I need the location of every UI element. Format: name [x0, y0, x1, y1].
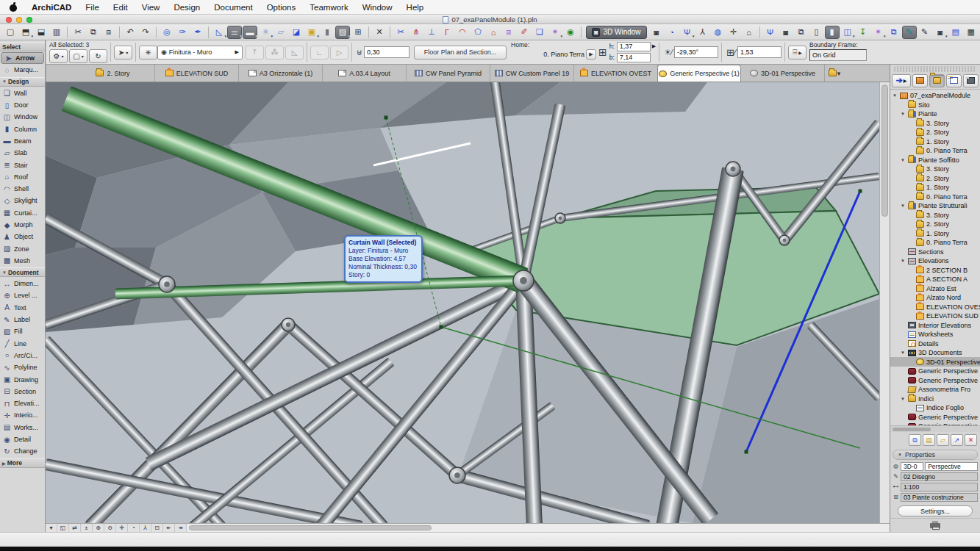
run-simulation-button[interactable]: Ψ: [763, 26, 778, 39]
chevron-right-icon[interactable]: ▶: [652, 43, 656, 49]
tree-item-3d-documents[interactable]: ▼3D Documents: [890, 348, 980, 358]
tab-2-story[interactable]: 2. Story: [71, 65, 155, 82]
expander-arrow-icon[interactable]: ▼: [900, 112, 906, 116]
tree-item-elevation-sud[interactable]: ELEVATION SUD: [890, 311, 980, 321]
open-file-button[interactable]: ⬒▾: [18, 26, 33, 39]
tree-item-piante-soffitto[interactable]: ▼Piante Soffitto: [890, 155, 980, 165]
boundary-frame-value[interactable]: On Grid: [809, 49, 867, 61]
tool-dimension[interactable]: ↔Dimen...: [0, 278, 45, 289]
page-light-button[interactable]: ▯: [809, 26, 824, 39]
scrollbar-thumb[interactable]: [881, 84, 888, 217]
calculator-button[interactable]: ▦: [964, 26, 979, 39]
duplicate-shape-button[interactable]: ❏: [532, 26, 547, 39]
tree-item-07-exapanelmodule[interactable]: ▼07_exaPanelModule: [890, 91, 980, 101]
zoom-percent-button[interactable]: ±: [81, 524, 93, 532]
arrange-viewpoint-button[interactable]: ⧉: [909, 434, 921, 446]
tree-item-2-story[interactable]: 2. Story: [890, 220, 980, 229]
tree-horizontal-scrollbar[interactable]: [890, 425, 980, 432]
tool-zone[interactable]: ▨Zone: [0, 242, 45, 254]
view-id-value[interactable]: Perspective: [925, 462, 978, 471]
tool-worksheet[interactable]: ▤Works...: [0, 422, 45, 433]
open-in-new-button[interactable]: ↗: [951, 434, 963, 446]
three-d-window-button[interactable]: ◙3D Window: [586, 26, 647, 39]
virtual-trace-button[interactable]: ▱: [273, 26, 288, 39]
expander-arrow-icon[interactable]: ▼: [900, 204, 906, 208]
tab-cw-custom-panel-19[interactable]: CW Custom Panel 19: [490, 65, 574, 82]
orbit-button[interactable]: ◔: [128, 524, 140, 532]
delete-item-button[interactable]: ✕: [965, 434, 977, 446]
expander-arrow-icon[interactable]: ▼: [900, 397, 906, 401]
b-input[interactable]: [617, 53, 651, 62]
tree-item-piante[interactable]: ▼Piante: [890, 109, 980, 119]
morph-edit-button[interactable]: ✴▾: [548, 26, 562, 39]
home-view-button[interactable]: ⌂: [742, 26, 757, 39]
pan-button[interactable]: ✛: [116, 524, 128, 532]
adjust-button[interactable]: ⊥: [424, 26, 439, 39]
toolbox-header-select[interactable]: Select: [0, 42, 45, 51]
tree-item-indice-foglio[interactable]: Indice Foglio: [890, 403, 980, 413]
tool-interior-elevation[interactable]: ✛Interio...: [0, 409, 45, 421]
tree-item-indici[interactable]: ▼Indici: [890, 394, 980, 403]
pick-up-parameters-button[interactable]: ✑: [175, 26, 190, 39]
zoom-in-button[interactable]: ⊕: [93, 524, 104, 532]
tab-elevation-sud[interactable]: ELEVATION SUD: [155, 65, 239, 82]
grid-options-button[interactable]: ⊞: [351, 26, 365, 39]
tree-item-2-story[interactable]: 2. Story: [890, 173, 980, 183]
settings-button[interactable]: Settings...: [898, 505, 973, 516]
tree-item-generic-perspective[interactable]: Generic Perspective: [890, 375, 980, 385]
default-settings-button[interactable]: ▢▾: [69, 49, 87, 63]
tool-change[interactable]: ↻Change: [0, 445, 45, 457]
tree-item-3-story[interactable]: 3. Story: [890, 118, 980, 128]
tab-generic-perspective-1[interactable]: Generic Perspective (1): [657, 65, 741, 82]
tree-item-1-story[interactable]: 1. Story: [890, 228, 980, 238]
layer-combination-value[interactable]: 03 Piante costruzione: [901, 493, 978, 502]
tool-arc-circle[interactable]: ○Arc/Ci...: [0, 350, 45, 361]
menu-window[interactable]: Window: [362, 3, 393, 12]
tool-object[interactable]: ♟Object: [0, 231, 45, 242]
layout-book-button[interactable]: [946, 74, 962, 87]
camera-settings-button[interactable]: ◙▾: [933, 26, 948, 39]
fillet-chamfer-button[interactable]: ◠: [455, 26, 470, 39]
panel-drag-handle[interactable]: [894, 66, 976, 72]
offset-polygon-button[interactable]: ⬠: [471, 26, 485, 39]
floor-plan-section-button[interactable]: Floor Plan and Section...: [414, 46, 507, 60]
tree-item-worksheets[interactable]: Worksheets: [890, 330, 980, 339]
tree-item-0-piano-terra[interactable]: 0. Piano Terra: [890, 238, 980, 248]
tree-item-a-section-a[interactable]: A SECTION A: [890, 275, 980, 284]
tool-fill[interactable]: ▧Fill: [0, 325, 45, 337]
tool-drawing[interactable]: ▣Drawing: [0, 373, 45, 385]
highlight-pen-button[interactable]: ✐: [517, 26, 532, 39]
explore-button[interactable]: ⅄: [140, 524, 151, 532]
tree-item-3-story[interactable]: 3. Story: [890, 165, 980, 174]
tab-cw-panel-pyramid[interactable]: CW Panel Pyramid: [407, 65, 490, 82]
project-map-button[interactable]: [912, 74, 928, 87]
publisher-button[interactable]: [963, 74, 979, 87]
toolbox-header-document[interactable]: ▼Document: [0, 267, 45, 277]
tree-item-details[interactable]: Details: [890, 339, 980, 348]
tree-item-alzato-est[interactable]: Alzato Est: [890, 284, 980, 293]
menu-help[interactable]: Help: [407, 3, 424, 12]
tool-stair[interactable]: ≣Stair: [0, 159, 45, 170]
element-settings-button[interactable]: ⚙▾: [49, 49, 68, 63]
tool-wall[interactable]: ❏Wall: [0, 87, 45, 99]
tool-label[interactable]: ✎Label: [0, 314, 45, 325]
view-id-value[interactable]: 3D-0: [901, 462, 923, 471]
tree-item-2-story[interactable]: 2. Story: [890, 128, 980, 137]
editing-plane-button[interactable]: ✳: [139, 46, 157, 60]
tree-item-alzato-nord[interactable]: Alzato Nord: [890, 293, 980, 303]
cut-button[interactable]: ✂: [71, 26, 85, 39]
tool-slab[interactable]: ▱Slab: [0, 147, 45, 159]
paint-light-button[interactable]: ✎: [918, 26, 932, 39]
intersect-button[interactable]: ⋔: [409, 26, 423, 39]
tool-level-dimension[interactable]: ⊕Level ...: [0, 289, 45, 301]
tree-item-assonometria-fro[interactable]: Assonometria Fro: [890, 385, 980, 395]
tool-mesh[interactable]: ▩Mesh: [0, 255, 45, 267]
3d-scene[interactable]: [46, 82, 879, 523]
angle-input[interactable]: [674, 46, 718, 58]
grid-value-input[interactable]: [737, 46, 782, 58]
tool-beam[interactable]: ▬Beam: [0, 135, 45, 147]
menu-view[interactable]: View: [142, 3, 160, 12]
tab-a3-orizzontale-1[interactable]: A3 Orizzontale (1): [239, 65, 323, 82]
arrow-mode-button[interactable]: ➤▾: [114, 46, 132, 60]
cube-3d-button[interactable]: ◫▾: [840, 26, 855, 39]
